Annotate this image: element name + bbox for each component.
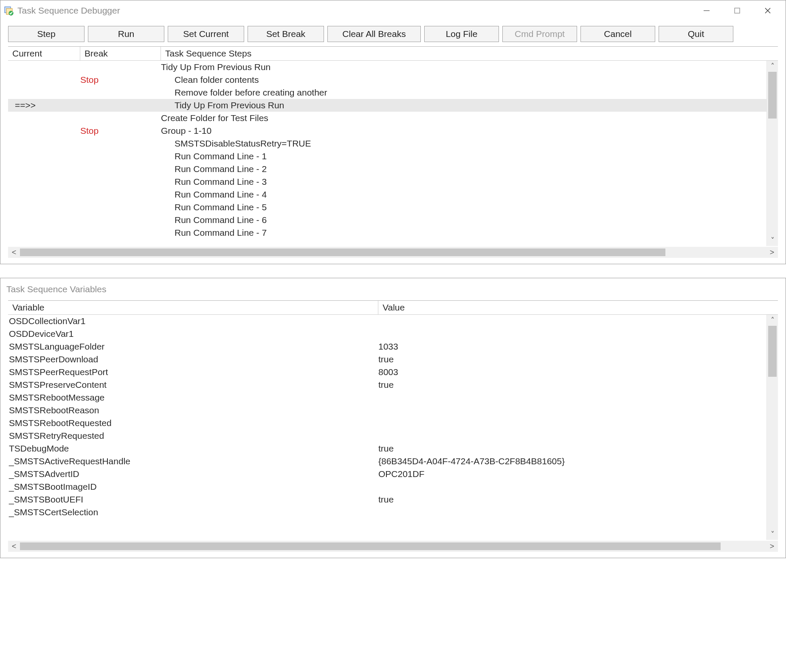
table-row[interactable]: SMSTSRetryRequested [8, 429, 766, 442]
quit-button[interactable]: Quit [659, 26, 733, 42]
variables-vertical-scrollbar[interactable]: ˄ ˅ [766, 315, 778, 540]
variable-name: OSDCollectionVar1 [8, 315, 378, 328]
window-title: Task Sequence Debugger [17, 6, 120, 16]
variable-name: SMSTSLanguageFolder [8, 340, 378, 353]
table-row[interactable]: Run Command Line - 5 [8, 201, 766, 214]
steps-list[interactable]: Tidy Up From Previous RunStopClean folde… [8, 61, 766, 246]
scroll-thumb[interactable] [20, 542, 721, 550]
break-marker [80, 99, 161, 112]
table-row[interactable]: TSDebugModetrue [8, 442, 766, 455]
variable-name: SMSTSRebootReason [8, 404, 378, 417]
scroll-left-icon[interactable]: < [8, 247, 20, 258]
scroll-down-icon[interactable]: ˅ [767, 235, 778, 246]
variable-name: SMSTSPeerDownload [8, 353, 378, 366]
table-row[interactable]: Run Command Line - 3 [8, 175, 766, 188]
col-steps[interactable]: Task Sequence Steps [161, 47, 778, 60]
current-marker [8, 188, 80, 201]
table-row[interactable]: _SMSTSBootUEFItrue [8, 493, 766, 506]
scroll-up-icon[interactable]: ˄ [767, 61, 778, 72]
table-row[interactable]: Run Command Line - 4 [8, 188, 766, 201]
clear-breaks-button[interactable]: Clear All Breaks [327, 26, 421, 42]
maximize-icon[interactable] [722, 2, 752, 19]
table-row[interactable]: SMSTSPeerDownloadtrue [8, 353, 766, 366]
scroll-thumb[interactable] [768, 72, 777, 119]
step-label: Run Command Line - 1 [161, 150, 766, 163]
variables-header-row: Variable Value [8, 300, 778, 315]
variable-value: 8003 [378, 366, 766, 378]
current-marker [8, 137, 80, 150]
table-row[interactable]: StopClean folder contents [8, 73, 766, 86]
variable-value [378, 429, 766, 442]
table-row[interactable]: SMSTSDisableStatusRetry=TRUE [8, 137, 766, 150]
table-row[interactable]: OSDDeviceVar1 [8, 328, 766, 340]
variables-title: Task Sequence Variables [0, 278, 786, 300]
installer-icon [3, 5, 14, 16]
variable-name: _SMSTSActiveRequestHandle [8, 455, 378, 468]
debugger-window: Task Sequence Debugger Step Run Set Curr… [0, 0, 786, 264]
table-row[interactable]: _SMSTSBootImageID [8, 480, 766, 493]
current-marker [8, 214, 80, 226]
scroll-left-icon[interactable]: < [8, 541, 20, 552]
table-row[interactable]: Run Command Line - 2 [8, 163, 766, 175]
variables-horizontal-scrollbar[interactable]: < > [8, 541, 778, 552]
current-marker [8, 73, 80, 86]
col-current[interactable]: Current [8, 47, 80, 60]
set-current-button[interactable]: Set Current [168, 26, 244, 42]
variable-name: _SMSTSCertSelection [8, 506, 378, 519]
close-icon[interactable] [752, 2, 783, 19]
table-row[interactable]: Run Command Line - 6 [8, 214, 766, 226]
table-row[interactable]: SMSTSRebootMessage [8, 391, 766, 404]
current-marker [8, 112, 80, 124]
table-row[interactable]: SMSTSRebootReason [8, 404, 766, 417]
variable-name: SMSTSRebootRequested [8, 417, 378, 429]
scroll-thumb[interactable] [20, 248, 665, 256]
scroll-right-icon[interactable]: > [766, 247, 778, 258]
variable-value: true [378, 353, 766, 366]
table-row[interactable]: _SMSTSCertSelection [8, 506, 766, 519]
table-row[interactable]: Create Folder for Test Files [8, 112, 766, 124]
table-row[interactable]: ==>>Tidy Up From Previous Run [8, 99, 766, 112]
variable-value [378, 506, 766, 519]
table-row[interactable]: SMSTSPreserveContenttrue [8, 378, 766, 391]
table-row[interactable]: OSDCollectionVar1 [8, 315, 766, 328]
minimize-icon[interactable] [691, 2, 722, 19]
variables-list[interactable]: OSDCollectionVar1OSDDeviceVar1SMSTSLangu… [8, 315, 766, 540]
variable-name: _SMSTSBootUEFI [8, 493, 378, 506]
table-row[interactable]: Run Command Line - 1 [8, 150, 766, 163]
col-variable[interactable]: Variable [8, 301, 378, 314]
table-row[interactable]: _SMSTSActiveRequestHandle{86B345D4-A04F-… [8, 455, 766, 468]
table-row[interactable]: Tidy Up From Previous Run [8, 61, 766, 73]
table-row[interactable]: SMSTSLanguageFolder1033 [8, 340, 766, 353]
step-label: Remove folder before creating another [161, 86, 766, 99]
set-break-button[interactable]: Set Break [248, 26, 324, 42]
variable-value: OPC201DF [378, 468, 766, 480]
col-break[interactable]: Break [80, 47, 161, 60]
table-row[interactable]: Run Command Line - 7 [8, 226, 766, 239]
col-value[interactable]: Value [378, 301, 778, 314]
steps-vertical-scrollbar[interactable]: ˄ ˅ [766, 61, 778, 246]
step-label: Run Command Line - 2 [161, 163, 766, 175]
table-row[interactable]: SMSTSRebootRequested [8, 417, 766, 429]
break-marker [80, 137, 161, 150]
break-marker: Stop [80, 73, 161, 86]
scroll-thumb[interactable] [768, 326, 777, 377]
scroll-down-icon[interactable]: ˅ [767, 529, 778, 540]
run-button[interactable]: Run [88, 26, 164, 42]
break-marker [80, 163, 161, 175]
variable-value: true [378, 442, 766, 455]
cancel-button[interactable]: Cancel [580, 26, 655, 42]
log-file-button[interactable]: Log File [424, 26, 499, 42]
svg-rect-4 [735, 8, 740, 13]
current-marker [8, 226, 80, 239]
scroll-up-icon[interactable]: ˄ [767, 315, 778, 326]
table-row[interactable]: StopGroup - 1-10 [8, 124, 766, 137]
table-row[interactable]: Remove folder before creating another [8, 86, 766, 99]
table-row[interactable]: _SMSTSAdvertIDOPC201DF [8, 468, 766, 480]
table-row[interactable]: SMSTSPeerRequestPort8003 [8, 366, 766, 378]
step-button[interactable]: Step [8, 26, 85, 42]
steps-horizontal-scrollbar[interactable]: < > [8, 247, 778, 258]
step-label: Tidy Up From Previous Run [161, 61, 766, 73]
scroll-right-icon[interactable]: > [766, 541, 778, 552]
step-label: Run Command Line - 6 [161, 214, 766, 226]
variable-value [378, 404, 766, 417]
